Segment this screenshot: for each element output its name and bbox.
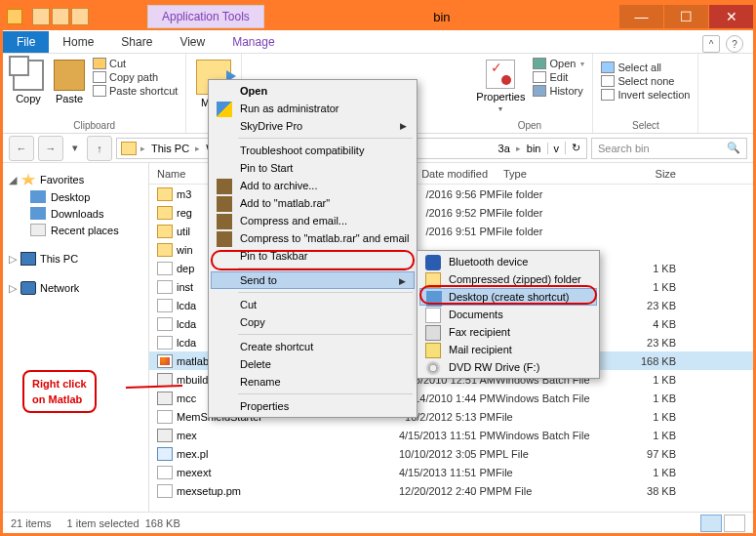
- search-input[interactable]: Search bin 🔍: [591, 138, 747, 159]
- history-button[interactable]: History: [533, 85, 584, 97]
- file-icon: [157, 262, 173, 275]
- refresh-button[interactable]: ↻: [565, 142, 586, 154]
- ctx-send-to[interactable]: Send to▶: [211, 271, 415, 289]
- open-group-label: Open: [474, 120, 584, 131]
- ctx-add-archive[interactable]: Add to archive...: [211, 177, 415, 194]
- nav-downloads[interactable]: Downloads: [3, 205, 148, 222]
- ctx-compress-email[interactable]: Compress and email...: [211, 212, 415, 229]
- ctx-open[interactable]: Open: [211, 82, 415, 100]
- tab-share[interactable]: Share: [107, 31, 166, 53]
- crumb-this-pc[interactable]: This PC: [145, 143, 195, 154]
- file-row[interactable]: mex4/15/2013 11:51 PMWindows Batch File1…: [149, 426, 753, 444]
- file-icon: [157, 466, 173, 479]
- paste-button[interactable]: Paste: [52, 58, 87, 106]
- collapse-ribbon-button[interactable]: ^: [702, 35, 720, 53]
- file-type: PM File: [496, 485, 611, 497]
- ctx-pin-start[interactable]: Pin to Start: [211, 159, 415, 177]
- open-button[interactable]: Open▾: [533, 58, 584, 69]
- tab-manage[interactable]: Manage: [219, 31, 288, 53]
- ctx-properties[interactable]: Properties: [211, 397, 415, 415]
- ctx-run-admin[interactable]: Run as administrator: [211, 100, 415, 117]
- forward-button[interactable]: →: [38, 136, 63, 161]
- file-name: mexext: [177, 467, 369, 478]
- network-header[interactable]: ▷Network: [3, 279, 148, 297]
- crumb-3a[interactable]: 3a: [493, 143, 516, 154]
- paste-icon: [54, 60, 85, 91]
- ctx-copy[interactable]: Copy: [211, 313, 415, 331]
- file-row[interactable]: mexsetup.pm12/20/2012 2:40 PMPM File38 K…: [149, 481, 753, 500]
- nav-recent[interactable]: Recent places: [3, 222, 148, 238]
- ctx-compress-rar-email[interactable]: Compress to "matlab.rar" and email: [211, 229, 415, 247]
- ctx-delete[interactable]: Delete: [211, 355, 415, 373]
- qat-button[interactable]: [52, 8, 69, 25]
- tab-file[interactable]: File: [3, 31, 49, 53]
- maximize-button[interactable]: ☐: [664, 5, 708, 28]
- select-all-icon: [601, 62, 615, 73]
- ctx-pin-taskbar[interactable]: Pin to Taskbar: [211, 247, 415, 265]
- edit-button[interactable]: Edit: [533, 71, 584, 83]
- sendto-zip[interactable]: Compressed (zipped) folder: [419, 270, 597, 288]
- qat-button[interactable]: [32, 8, 50, 25]
- application-tools-tab[interactable]: Application Tools: [147, 5, 264, 28]
- archive-icon: [217, 179, 232, 194]
- ctx-skydrive[interactable]: SkyDrive Pro▶: [211, 117, 415, 135]
- copy-icon: [13, 60, 44, 91]
- file-row[interactable]: mexext4/15/2013 11:51 PMFile1 KB: [149, 463, 753, 481]
- sendto-desktop[interactable]: Desktop (create shortcut): [419, 288, 597, 306]
- sendto-documents[interactable]: Documents: [419, 306, 597, 323]
- crumb-bin[interactable]: bin: [521, 143, 547, 154]
- sendto-dvd[interactable]: DVD RW Drive (F:): [419, 358, 597, 376]
- file-date: 4/15/2013 11:51 PM: [369, 467, 496, 478]
- address-dropdown[interactable]: v: [547, 143, 566, 154]
- close-button[interactable]: ✕: [709, 5, 753, 28]
- col-type[interactable]: Type: [496, 168, 611, 180]
- archive-icon: [217, 214, 232, 229]
- file-row[interactable]: mex.pl10/10/2012 3:05 PMPL File97 KB: [149, 444, 753, 463]
- open-icon: [533, 58, 546, 69]
- ctx-rename[interactable]: Rename: [211, 373, 415, 391]
- back-button[interactable]: ←: [9, 136, 34, 161]
- favorites-header[interactable]: ◢Favorites: [3, 171, 148, 188]
- ctx-cut[interactable]: Cut: [211, 296, 415, 313]
- folder-icon: [121, 142, 137, 155]
- ctx-troubleshoot[interactable]: Troubleshoot compatibility: [211, 142, 415, 159]
- col-size[interactable]: Size: [611, 168, 684, 180]
- file-size: 23 KB: [611, 337, 684, 349]
- sendto-fax[interactable]: Fax recipient: [419, 323, 597, 341]
- copy-path-button[interactable]: Copy path: [93, 71, 178, 83]
- desktop-icon: [30, 190, 46, 203]
- up-button[interactable]: ↑: [87, 136, 112, 161]
- select-all-button[interactable]: Select all: [601, 62, 690, 73]
- this-pc-header[interactable]: ▷This PC: [3, 250, 148, 268]
- invert-selection-button[interactable]: Invert selection: [601, 89, 690, 101]
- icons-view-button[interactable]: [724, 515, 745, 532]
- history-icon: [533, 85, 546, 97]
- help-button[interactable]: ?: [726, 35, 743, 53]
- copy-button[interactable]: Copy: [11, 58, 46, 106]
- file-name: mex: [177, 430, 369, 441]
- status-size: 168 KB: [145, 517, 180, 529]
- dvd-icon: [425, 360, 441, 376]
- tab-view[interactable]: View: [166, 31, 219, 53]
- search-icon: 🔍: [727, 142, 740, 154]
- cut-button[interactable]: Cut: [93, 58, 178, 69]
- file-type: File: [496, 467, 611, 478]
- select-none-button[interactable]: Select none: [601, 75, 690, 87]
- navigation-pane: ◢Favorites Desktop Downloads Recent plac…: [3, 163, 149, 513]
- folder-icon: [7, 9, 22, 24]
- details-view-button[interactable]: [700, 515, 722, 532]
- minimize-button[interactable]: —: [619, 5, 663, 28]
- nav-desktop[interactable]: Desktop: [3, 188, 148, 205]
- recent-locations-button[interactable]: ▾: [67, 136, 83, 161]
- paste-shortcut-button[interactable]: Paste shortcut: [93, 85, 178, 97]
- ctx-create-shortcut[interactable]: Create shortcut: [211, 338, 415, 355]
- paste-label: Paste: [56, 93, 83, 104]
- sendto-bluetooth[interactable]: Bluetooth device: [419, 253, 597, 270]
- network-icon: [20, 281, 36, 295]
- ctx-add-rar[interactable]: Add to "matlab.rar": [211, 194, 415, 212]
- properties-button[interactable]: Properties ▾: [474, 58, 527, 115]
- select-group-label: Select: [601, 120, 690, 131]
- tab-home[interactable]: Home: [49, 31, 107, 53]
- sendto-mail[interactable]: Mail recipient: [419, 341, 597, 358]
- qat-dropdown[interactable]: [71, 8, 89, 25]
